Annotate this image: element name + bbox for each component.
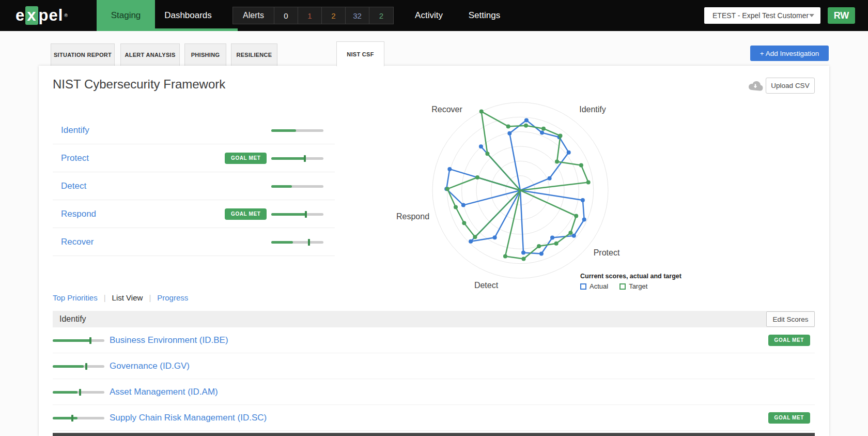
page-title: NIST Cybersecurity Framework bbox=[53, 77, 225, 92]
score-fill bbox=[271, 129, 296, 132]
view-link-top-priorities[interactable]: Top Priorities bbox=[53, 293, 98, 302]
function-link[interactable]: Detect bbox=[61, 181, 86, 191]
function-row: Identify bbox=[53, 116, 335, 144]
function-link[interactable]: Respond bbox=[61, 209, 96, 219]
radar-point bbox=[586, 180, 591, 184]
alert-count[interactable]: 32 bbox=[346, 7, 369, 24]
alert-count[interactable]: 2 bbox=[369, 7, 393, 24]
radar-point bbox=[574, 214, 578, 218]
alert-counts: 012322 bbox=[274, 7, 393, 24]
radar-point bbox=[554, 242, 559, 246]
score-fill bbox=[271, 185, 292, 188]
radar-point bbox=[581, 198, 585, 202]
chart-legend-title: Current scores, actual and target bbox=[580, 273, 681, 280]
score-fill bbox=[53, 417, 78, 419]
radar-point bbox=[454, 205, 458, 209]
score-slider bbox=[271, 213, 323, 216]
radar-point bbox=[524, 124, 528, 128]
radar-point bbox=[521, 251, 525, 255]
legend-label: Target bbox=[629, 282, 647, 290]
radar-axis-label-identify: Identify bbox=[579, 105, 606, 114]
score-fill bbox=[53, 391, 78, 394]
logo-text: pel bbox=[39, 6, 64, 25]
radar-point bbox=[473, 235, 477, 239]
alert-count[interactable]: 2 bbox=[322, 7, 346, 24]
radar-point bbox=[579, 163, 583, 167]
radar-point bbox=[568, 231, 572, 235]
role-badge-rw[interactable]: RW bbox=[828, 7, 855, 24]
subcategory-link[interactable]: Business Environment (ID.BE) bbox=[110, 335, 228, 345]
tab-nist-csf[interactable]: NIST CSF bbox=[336, 41, 384, 66]
radar-point bbox=[479, 144, 483, 148]
score-fill bbox=[271, 241, 293, 244]
radar-point bbox=[506, 124, 510, 128]
score-slider bbox=[53, 417, 104, 419]
target-marker bbox=[89, 337, 91, 344]
score-slider bbox=[53, 339, 104, 342]
score-fill bbox=[271, 213, 306, 216]
subcategory-row: Supply Chain Risk Management (ID.SC)GOAL… bbox=[53, 405, 815, 431]
radar-axis-label-protect: Protect bbox=[594, 248, 620, 258]
score-slider bbox=[271, 129, 323, 132]
radar-axis-label-recover: Recover bbox=[431, 105, 462, 114]
radar-point bbox=[461, 203, 466, 207]
subcategory-link[interactable]: Governance (ID.GV) bbox=[110, 361, 190, 371]
subcategory-row: Asset Management (ID.AM) bbox=[53, 379, 815, 405]
alerts-label[interactable]: Alerts bbox=[233, 7, 274, 24]
radar-point bbox=[572, 234, 576, 238]
view-link-progress[interactable]: Progress bbox=[157, 293, 188, 302]
score-slider bbox=[53, 391, 104, 394]
target-marker bbox=[85, 363, 87, 370]
expel-logo[interactable]: expel® bbox=[16, 0, 68, 31]
tab-resilience[interactable]: RESILIENCE bbox=[231, 43, 277, 66]
view-separator: | bbox=[104, 293, 106, 302]
alert-count[interactable]: 0 bbox=[274, 7, 298, 24]
radar-point bbox=[447, 167, 452, 171]
target-marker bbox=[304, 155, 306, 162]
radar-point bbox=[555, 160, 559, 164]
radar-point bbox=[567, 151, 571, 155]
function-link[interactable]: Protect bbox=[61, 153, 89, 163]
radar-point bbox=[469, 239, 473, 244]
add-investigation-button[interactable]: + Add Investigation bbox=[750, 46, 829, 61]
radar-point bbox=[485, 152, 489, 156]
legend-swatch bbox=[580, 283, 586, 290]
radar-point bbox=[559, 134, 563, 138]
radar-point bbox=[550, 236, 554, 240]
radar-point bbox=[475, 175, 479, 179]
upload-csv-button[interactable]: Upload CSV bbox=[766, 78, 815, 94]
tab-alert-analysis[interactable]: ALERT ANALYSIS bbox=[120, 43, 180, 66]
radar-point bbox=[582, 218, 586, 222]
alert-count[interactable]: 1 bbox=[298, 7, 322, 24]
customer-selector[interactable]: ETEST - Expel Test Customer bbox=[704, 7, 820, 24]
nist-csf-panel: NIST Cybersecurity Framework Upload CSV … bbox=[39, 66, 829, 436]
nav-item-settings[interactable]: Settings bbox=[457, 0, 512, 31]
radar-point bbox=[479, 110, 484, 114]
subcategory-link[interactable]: Asset Management (ID.AM) bbox=[110, 387, 218, 397]
function-score-list: IdentifyProtectGOAL METDetectRespondGOAL… bbox=[53, 116, 335, 256]
score-fill bbox=[271, 157, 305, 160]
score-fill bbox=[53, 365, 84, 368]
goal-met-badge: GOAL MET bbox=[768, 412, 810, 424]
function-link[interactable]: Identify bbox=[61, 125, 89, 136]
logo-text: e bbox=[16, 6, 25, 25]
function-link[interactable]: Recover bbox=[61, 237, 94, 247]
nav-item-activity[interactable]: Activity bbox=[403, 0, 455, 31]
radar-point bbox=[445, 187, 450, 191]
function-row: Detect bbox=[53, 172, 335, 200]
radar-point bbox=[522, 257, 526, 261]
radar-point bbox=[541, 127, 546, 131]
legend-swatch bbox=[619, 283, 626, 290]
section-title: Identify bbox=[59, 314, 86, 324]
tab-phishing[interactable]: PHISHING bbox=[184, 43, 226, 66]
legend-label: Actual bbox=[590, 282, 608, 290]
subcategory-link[interactable]: Supply Chain Risk Management (ID.SC) bbox=[110, 413, 267, 423]
cloud-download-icon[interactable] bbox=[748, 80, 763, 91]
radar-point bbox=[540, 131, 544, 135]
goal-met-badge: GOAL MET bbox=[225, 208, 267, 220]
view-link-list-view[interactable]: List View bbox=[112, 293, 143, 302]
edit-scores-button[interactable]: Edit Scores bbox=[766, 311, 815, 327]
chart-legend: ActualTarget bbox=[580, 282, 647, 290]
tab-situation-report[interactable]: SITUATION REPORT bbox=[51, 43, 115, 66]
nav-item-dashboards[interactable]: Dashboards bbox=[138, 0, 238, 31]
